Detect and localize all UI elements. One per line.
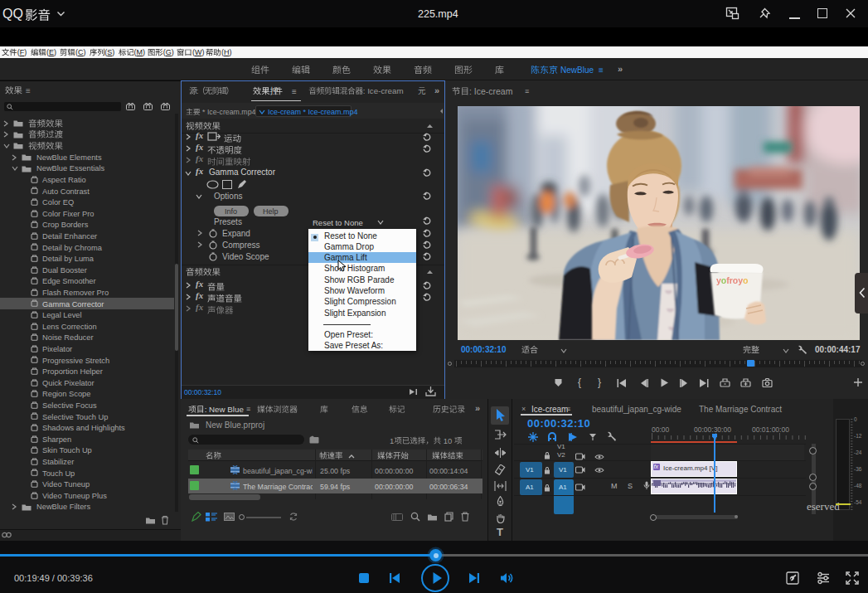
svg-text:* Ice-cream.mp4: * Ice-cream.mp4 bbox=[201, 107, 256, 115]
svg-text:: Ice-cream: : Ice-cream bbox=[363, 86, 404, 95]
svg-text:1: 1 bbox=[390, 436, 394, 445]
svg-text:元: 元 bbox=[418, 86, 426, 95]
svg-text:10: 10 bbox=[441, 436, 454, 445]
svg-text:: Ice-cream: : Ice-cream bbox=[469, 87, 513, 96]
svg-text::: : bbox=[196, 86, 199, 95]
svg-text:: New Blue: : New Blue bbox=[205, 404, 244, 413]
